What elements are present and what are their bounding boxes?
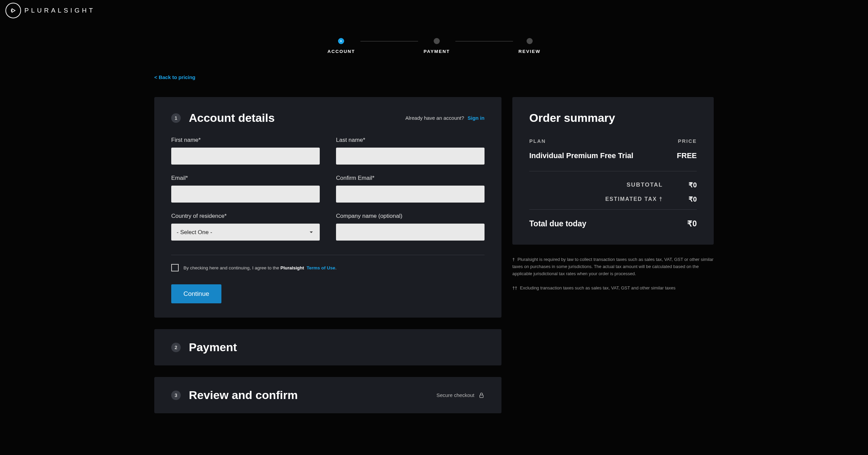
account-details-panel: 1 Account details Already have an accoun…	[154, 97, 501, 318]
step-number-badge: 3	[171, 391, 181, 400]
lock-icon	[478, 392, 485, 398]
plan-row: Individual Premium Free Trial FREE	[529, 151, 697, 160]
confirm-email-label: Confirm Email*	[336, 175, 485, 182]
secure-checkout: Secure checkout	[436, 392, 485, 398]
last-name-input[interactable]	[336, 148, 485, 165]
checkout-stepper: ACCOUNT PAYMENT REVIEW	[0, 38, 868, 54]
step-payment: PAYMENT	[423, 38, 450, 54]
footnote-2: ††Excluding transaction taxes such as sa…	[512, 285, 714, 292]
right-column: Order summary PLAN PRICE Individual Prem…	[512, 97, 714, 299]
confirm-email-input[interactable]	[336, 186, 485, 203]
terms-brand: Pluralsight	[280, 265, 304, 270]
panel-header: 1 Account details Already have an accoun…	[171, 111, 485, 125]
email-input[interactable]	[171, 186, 320, 203]
continue-button[interactable]: Continue	[171, 284, 221, 303]
step-review: REVIEW	[518, 38, 540, 54]
pluralsight-logo-icon	[5, 3, 21, 18]
step-label: ACCOUNT	[328, 49, 355, 54]
step-label: PAYMENT	[423, 49, 450, 54]
step-account: ACCOUNT	[328, 38, 355, 54]
plan-name: Individual Premium Free Trial	[529, 151, 633, 160]
divider	[529, 209, 697, 210]
main-content: < Back to pricing 1 Account details Alre…	[141, 74, 727, 425]
total-value: ₹0	[687, 219, 697, 228]
email-label: Email*	[171, 175, 320, 182]
back-to-pricing-link[interactable]: < Back to pricing	[154, 74, 195, 80]
step-connector	[360, 41, 418, 41]
footnote-1: †Pluralsight is required by law to colle…	[512, 256, 714, 277]
left-column: 1 Account details Already have an accoun…	[154, 97, 501, 425]
panel-title: Payment	[189, 341, 237, 354]
subtotal-value: ₹0	[663, 181, 697, 189]
payment-panel: 2 Payment	[154, 329, 501, 365]
terms-of-use-link[interactable]: Terms of Use	[307, 265, 335, 270]
logo[interactable]: PLURALSIGHT	[5, 3, 95, 18]
first-name-label: First name*	[171, 137, 320, 144]
header: PLURALSIGHT	[0, 0, 868, 21]
terms-text: By checking here and continuing, I agree…	[183, 265, 337, 270]
first-name-input[interactable]	[171, 148, 320, 165]
panel-title: Account details	[189, 111, 275, 125]
subtotal-row: SUBTOTAL ₹0	[529, 181, 697, 189]
secure-checkout-text: Secure checkout	[436, 392, 474, 398]
columns: 1 Account details Already have an accoun…	[154, 97, 714, 425]
step-number-badge: 2	[171, 343, 181, 352]
terms-row: By checking here and continuing, I agree…	[171, 264, 485, 271]
brand-name: PLURALSIGHT	[24, 7, 95, 14]
country-field-group: Country of residence* - Select One -	[171, 213, 320, 241]
sign-in-link[interactable]: Sign in	[468, 115, 485, 121]
terms-prefix: By checking here and continuing, I agree…	[183, 265, 280, 270]
footnote-2-marker: ††	[512, 285, 517, 290]
divider	[529, 171, 697, 171]
step-connector	[455, 41, 513, 41]
plan-header: PLAN	[529, 138, 546, 144]
step-number-badge: 1	[171, 113, 181, 123]
panel-title-group: 3 Review and confirm	[171, 388, 298, 402]
summary-title: Order summary	[529, 111, 697, 125]
review-panel: 3 Review and confirm Secure checkout	[154, 377, 501, 413]
total-row: Total due today ₹0	[529, 219, 697, 228]
footnotes: †Pluralsight is required by law to colle…	[512, 256, 714, 292]
account-form: First name* Last name* Email* Confirm Em…	[171, 137, 485, 241]
subtotal-label: SUBTOTAL	[529, 182, 663, 188]
step-circle-icon	[527, 38, 533, 44]
step-circle-active-icon	[338, 38, 344, 44]
confirm-email-field-group: Confirm Email*	[336, 175, 485, 203]
tax-label: ESTIMATED TAX †	[529, 196, 663, 202]
last-name-field-group: Last name*	[336, 137, 485, 165]
country-label: Country of residence*	[171, 213, 320, 220]
plan-price: FREE	[677, 151, 697, 160]
first-name-field-group: First name*	[171, 137, 320, 165]
company-field-group: Company name (optional)	[336, 213, 485, 241]
company-label: Company name (optional)	[336, 213, 485, 220]
summary-header-row: PLAN PRICE	[529, 138, 697, 144]
step-label: REVIEW	[518, 49, 540, 54]
panel-title: Review and confirm	[189, 388, 298, 402]
company-input[interactable]	[336, 224, 485, 241]
price-header: PRICE	[678, 138, 697, 144]
total-label: Total due today	[529, 219, 586, 228]
already-text: Already have an account?	[405, 115, 464, 121]
footnote-1-marker: †	[512, 257, 515, 262]
svg-rect-0	[480, 395, 484, 398]
panel-title-group: 2 Payment	[171, 341, 237, 354]
terms-checkbox[interactable]	[171, 264, 179, 271]
already-have-account: Already have an account? Sign in	[405, 115, 485, 121]
tax-value: ₹0	[663, 195, 697, 203]
footnote-1-text: Pluralsight is required by law to collec…	[512, 257, 713, 276]
panel-title-group: 1 Account details	[171, 111, 275, 125]
step-circle-icon	[434, 38, 440, 44]
last-name-label: Last name*	[336, 137, 485, 144]
divider	[171, 255, 485, 255]
country-select[interactable]: - Select One -	[171, 224, 320, 241]
footnote-2-text: Excluding transaction taxes such as sale…	[520, 285, 675, 290]
order-summary-panel: Order summary PLAN PRICE Individual Prem…	[512, 97, 714, 245]
email-field-group: Email*	[171, 175, 320, 203]
tax-row: ESTIMATED TAX † ₹0	[529, 195, 697, 203]
